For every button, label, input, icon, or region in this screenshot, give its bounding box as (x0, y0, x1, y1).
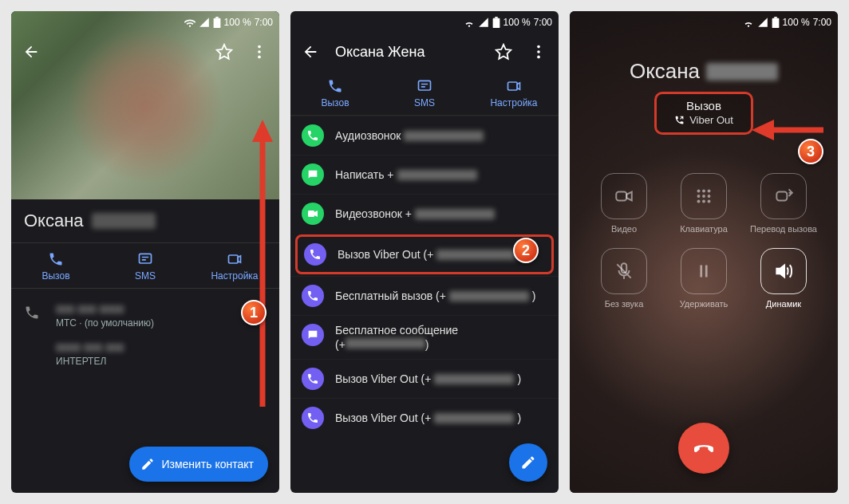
redacted-number (449, 291, 529, 301)
action-setup[interactable]: Настройка (469, 70, 559, 115)
back-button[interactable] (21, 41, 41, 62)
call-options-list: Аудиозвонок Написать + Видеозвонок + Выз… (290, 116, 559, 493)
svg-point-23 (708, 195, 711, 198)
viber-free-call[interactable]: Бесплатный вызов (+) (290, 276, 559, 315)
button-label: Видео (611, 224, 637, 234)
action-call-label: Вызов (41, 270, 69, 282)
svg-point-19 (702, 190, 705, 193)
action-sms[interactable]: SMS (380, 70, 469, 115)
hangup-button[interactable] (678, 423, 729, 474)
battery-icon (213, 17, 221, 28)
edit-fab[interactable] (509, 443, 547, 482)
action-sms[interactable]: SMS (101, 243, 190, 288)
action-setup-label: Настройка (490, 97, 537, 108)
app-bar: Оксана Жена (290, 33, 559, 70)
app-bar (11, 33, 279, 70)
svg-point-26 (708, 200, 711, 203)
phone-out-icon (674, 115, 685, 125)
transfer-button[interactable]: Перевод вызова (744, 173, 823, 234)
redacted-number (434, 413, 514, 423)
phone-number-row[interactable]: 000 000 0000 МТС · (по умолчанию) (11, 297, 279, 335)
speaker-button[interactable]: Динамик (744, 248, 823, 309)
viber-icon (302, 285, 324, 307)
svg-rect-6 (229, 255, 239, 263)
edit-contact-fab[interactable]: Изменить контакт (129, 447, 268, 482)
overflow-menu-icon[interactable] (528, 41, 549, 62)
wifi-icon (464, 17, 475, 28)
annotation-badge-1: 1 (241, 300, 267, 325)
whatsapp-icon (302, 163, 324, 186)
svg-point-25 (702, 200, 705, 203)
row-label: Видеозвонок + (335, 207, 412, 220)
whatsapp-message[interactable]: Написать + (290, 155, 559, 194)
screenshot-viber-calling: 100 % 7:00 Оксана Вызов Viber Out Видео … (570, 11, 838, 493)
svg-point-20 (708, 190, 711, 193)
carrier-label: ИНТЕРТЕЛ (56, 356, 124, 367)
viber-out-call[interactable]: Вызов Viber Out (+) (290, 359, 559, 398)
viber-icon (302, 407, 324, 429)
star-icon[interactable] (493, 41, 514, 62)
wifi-icon (184, 17, 195, 28)
svg-rect-14 (308, 211, 314, 217)
svg-point-18 (697, 190, 701, 193)
viber-out-call[interactable]: Вызов Viber Out (+) (290, 398, 559, 437)
contact-first-name: Оксана (24, 211, 84, 231)
action-call[interactable]: Вызов (11, 243, 101, 288)
back-button[interactable] (300, 41, 321, 62)
whatsapp-icon (302, 124, 324, 147)
whatsapp-audio-call[interactable]: Аудиозвонок (290, 116, 559, 155)
battery-icon (772, 17, 780, 28)
carrier-label: МТС · (по умолчанию) (56, 317, 154, 329)
call-status-text: Вызов (686, 99, 721, 112)
whatsapp-icon (302, 203, 324, 225)
viber-free-message[interactable]: Бесплатное сообщение (+) (290, 315, 559, 359)
phone-icon (24, 303, 41, 321)
contact-actions: Вызов SMS Настройка (290, 70, 559, 116)
svg-rect-1 (215, 17, 219, 18)
row-label: Написать + (335, 168, 394, 181)
mute-button[interactable]: Без звука (584, 248, 664, 309)
button-label: Без звука (605, 299, 644, 309)
svg-rect-5 (140, 254, 152, 263)
viber-icon (304, 243, 326, 266)
redacted-last-name (92, 213, 156, 229)
redacted-last-name (706, 63, 778, 81)
action-call[interactable]: Вызов (290, 70, 380, 115)
viber-icon (302, 368, 324, 390)
whatsapp-video-call[interactable]: Видеозвонок + (290, 194, 559, 233)
action-setup-label: Настройка (211, 270, 258, 282)
button-label: Перевод вызова (750, 224, 817, 234)
clock-text: 7:00 (255, 17, 273, 28)
signal-icon (478, 17, 489, 28)
star-icon[interactable] (214, 41, 235, 62)
row-label: Бесплатное сообщение (335, 324, 458, 337)
row-label: Вызов Viber Out (+ (335, 372, 431, 385)
svg-rect-7 (492, 18, 500, 28)
contact-numbers-list: 000 000 0000 МТС · (по умолчанию) 0000 0… (11, 289, 279, 381)
overflow-menu-icon[interactable] (249, 41, 270, 62)
svg-rect-13 (508, 82, 518, 90)
phone-number-row[interactable]: 0000 000 000 ИНТЕРТЕЛ (11, 335, 279, 373)
svg-rect-12 (419, 81, 431, 90)
battery-text: 100 % (503, 17, 531, 28)
action-sms-label: SMS (414, 97, 435, 108)
battery-text: 100 % (224, 17, 251, 28)
svg-point-22 (702, 195, 705, 198)
row-label: Вызов Viber Out (+ (335, 411, 431, 424)
status-bar: 100 % 7:00 (290, 11, 559, 33)
action-call-label: Вызов (321, 97, 349, 108)
wifi-icon (743, 17, 754, 28)
svg-point-3 (258, 50, 261, 53)
svg-rect-0 (213, 18, 220, 28)
action-setup[interactable]: Настройка (190, 243, 279, 288)
call-contact-name: Оксана (570, 59, 838, 84)
svg-point-21 (697, 195, 701, 198)
clock-text: 7:00 (534, 17, 552, 28)
video-button[interactable]: Видео (584, 173, 664, 234)
keypad-button[interactable]: Клавиатура (664, 173, 744, 234)
row-label: Вызов Viber Out (+ (338, 248, 433, 261)
call-status-highlighted: Вызов Viber Out (654, 92, 753, 135)
fab-label: Изменить контакт (161, 458, 254, 471)
hold-button[interactable]: Удерживать (664, 248, 744, 309)
svg-point-4 (258, 56, 261, 59)
